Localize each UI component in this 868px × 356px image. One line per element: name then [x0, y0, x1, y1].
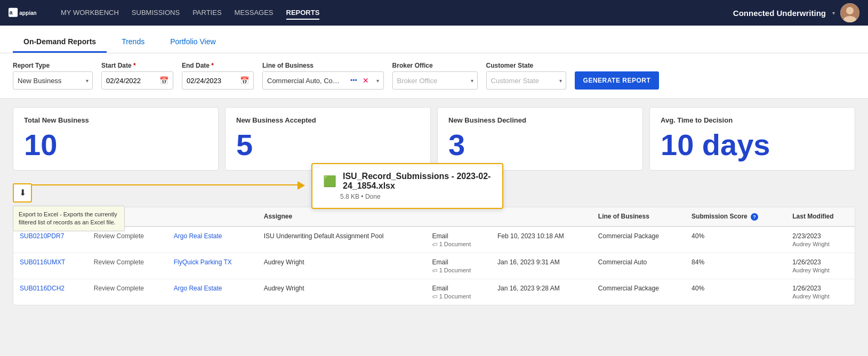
- arrow-head-icon: [298, 181, 305, 190]
- end-date-input[interactable]: 02/24/2023: [182, 77, 236, 85]
- start-date-group: Start Date * 02/24/2022 📅: [101, 62, 173, 90]
- cell-status: Review Complete: [87, 279, 167, 305]
- cell-score: 40%: [685, 279, 786, 305]
- customer-state-group: Customer State Customer State ▾: [486, 62, 566, 90]
- cell-id: SUB0116UMXT: [13, 253, 87, 279]
- customer-state-wrapper: Customer State ▾: [486, 71, 566, 90]
- cell-lob: Commercial Package: [592, 279, 685, 305]
- stat-new-business-accepted-title: New Business Accepted: [236, 116, 420, 124]
- submissions-table: ID Assignee Line of Business Submission …: [13, 207, 855, 305]
- arrow-line: [32, 184, 299, 185]
- contact-doc: 🏷 1 Document: [432, 241, 485, 247]
- stat-avg-time-to-decision: Avg. Time to Decision 10 days: [649, 107, 855, 171]
- end-date-input-wrap: 02/24/2023 📅: [182, 71, 254, 90]
- brand-chevron-icon[interactable]: ▾: [832, 10, 835, 16]
- download-toast: 🟩 ISU_Record_Submissions - 2023-02-24_18…: [311, 163, 503, 209]
- stat-new-business-declined-title: New Business Declined: [448, 116, 632, 124]
- report-type-group: Report Type New Business ▾: [13, 62, 93, 90]
- last-modified-by: Audrey Wright: [792, 293, 848, 300]
- nav-right: Connected Underwriting ▾: [733, 3, 859, 22]
- table-body: SUB0210PDR7 Review Complete Argo Real Es…: [13, 226, 855, 305]
- submission-id-link[interactable]: SUB0116UMXT: [20, 258, 65, 266]
- svg-point-4: [846, 7, 854, 14]
- stat-new-business-accepted: New Business Accepted 5: [225, 107, 431, 171]
- contact-doc: 🏷 1 Document: [432, 267, 485, 273]
- last-modified-date: 2/23/2023: [792, 232, 848, 240]
- tab-on-demand-reports[interactable]: On-Demand Reports: [13, 31, 107, 53]
- cell-party: Argo Real Estate: [167, 226, 258, 253]
- cell-last-modified: 1/26/2023 Audrey Wright: [786, 253, 855, 279]
- brand-name[interactable]: Connected Underwriting: [733, 9, 826, 18]
- end-date-calendar-icon[interactable]: 📅: [236, 76, 253, 85]
- nav-reports[interactable]: REPORTS: [286, 6, 320, 20]
- submission-id-link[interactable]: SUB0210PDR7: [20, 232, 64, 240]
- table: ID Assignee Line of Business Submission …: [13, 207, 855, 305]
- content-area: ⬇ Export to Excel - Exports the currentl…: [0, 179, 868, 314]
- filter-bar: Report Type New Business ▾ Start Date * …: [0, 53, 868, 99]
- tab-trends[interactable]: Trends: [111, 31, 155, 53]
- submission-id-link[interactable]: SUB0116DCH2: [20, 285, 65, 292]
- cell-last-modified: 2/23/2023 Audrey Wright: [786, 226, 855, 253]
- cell-date: Jan 16, 2023 9:28 AM: [491, 279, 592, 305]
- start-date-calendar-icon[interactable]: 📅: [155, 76, 173, 85]
- stat-total-new-business-value: 10: [24, 128, 207, 161]
- app-logo[interactable]: a appian: [9, 5, 46, 20]
- cell-date: Feb 10, 2023 10:18 AM: [491, 226, 592, 253]
- broker-office-select[interactable]: Broker Office: [392, 71, 478, 90]
- lob-chevron-icon[interactable]: ▾: [372, 78, 383, 84]
- cell-assignee: ISU Underwriting Default Assignment Pool: [258, 226, 426, 253]
- export-to-excel-button[interactable]: ⬇: [13, 183, 32, 203]
- stat-total-new-business-title: Total New Business: [24, 116, 207, 124]
- lob-more-icon[interactable]: •••: [348, 77, 359, 84]
- party-link[interactable]: Argo Real Estate: [174, 285, 222, 292]
- report-type-select[interactable]: New Business: [13, 71, 93, 90]
- cell-score: 84%: [685, 253, 786, 279]
- last-modified-by: Audrey Wright: [792, 241, 848, 247]
- lob-value: Commercial Auto, Comm: [263, 77, 348, 85]
- user-avatar[interactable]: [840, 3, 859, 22]
- export-tooltip: Export to Excel - Exports the currently …: [13, 206, 125, 232]
- submission-score-help-icon[interactable]: ?: [751, 213, 758, 221]
- nav-messages[interactable]: MESSAGES: [235, 6, 274, 20]
- customer-state-select[interactable]: Customer State: [486, 71, 566, 90]
- broker-office-group: Broker Office Broker Office ▾: [392, 62, 478, 90]
- toast-filename: ISU_Record_Submissions - 2023-02-24_1854…: [343, 172, 492, 191]
- contact-doc: 🏷 1 Document: [432, 293, 485, 300]
- tab-portfolio-view[interactable]: Portfolio View: [159, 31, 226, 53]
- top-nav: a appian MY WORKBENCH SUBMISSIONS PARTIE…: [0, 0, 868, 26]
- contact-method: Email: [432, 285, 485, 292]
- lob-group: Line of Business Commercial Auto, Comm •…: [262, 62, 384, 90]
- nav-submissions[interactable]: SUBMISSIONS: [132, 6, 180, 20]
- party-link[interactable]: Argo Real Estate: [174, 232, 222, 240]
- stat-new-business-accepted-value: 5: [236, 128, 420, 161]
- generate-report-button[interactable]: GENERATE REPORT: [575, 71, 660, 90]
- broker-office-label: Broker Office: [392, 62, 478, 69]
- cell-status: Review Complete: [87, 253, 167, 279]
- start-date-input-wrap: 02/24/2022 📅: [101, 71, 173, 90]
- stat-new-business-declined-value: 3: [448, 128, 632, 161]
- stat-avg-time-title: Avg. Time to Decision: [661, 116, 844, 124]
- cell-contact: Email 🏷 1 Document: [426, 279, 491, 305]
- contact-method: Email: [432, 232, 485, 240]
- col-party: [167, 207, 258, 226]
- lob-clear-icon[interactable]: ✕: [359, 76, 372, 85]
- toast-excel-icon: 🟩: [323, 175, 336, 188]
- table-row: SUB0116DCH2 Review Complete Argo Real Es…: [13, 279, 855, 305]
- lob-select[interactable]: Commercial Auto, Comm ••• ✕ ▾: [262, 71, 384, 90]
- stat-avg-time-value: 10 days: [661, 128, 844, 161]
- cell-party: Argo Real Estate: [167, 279, 258, 305]
- nav-parties[interactable]: PARTIES: [192, 6, 221, 20]
- table-row: SUB0116UMXT Review Complete FlyQuick Par…: [13, 253, 855, 279]
- col-lob: Line of Business: [592, 207, 685, 226]
- cell-id: SUB0116DCH2: [13, 279, 87, 305]
- toast-filename-row: 🟩 ISU_Record_Submissions - 2023-02-24_18…: [323, 172, 492, 191]
- table-header-row: ID Assignee Line of Business Submission …: [13, 207, 855, 226]
- table-row: SUB0210PDR7 Review Complete Argo Real Es…: [13, 226, 855, 253]
- cell-contact: Email 🏷 1 Document: [426, 226, 491, 253]
- broker-office-wrapper: Broker Office ▾: [392, 71, 478, 90]
- party-link[interactable]: FlyQuick Parking TX: [174, 258, 232, 266]
- nav-my-workbench[interactable]: MY WORKBENCH: [61, 6, 119, 20]
- toolbar-row: ⬇ Export to Excel - Exports the currentl…: [13, 179, 855, 207]
- start-date-input[interactable]: 02/24/2022: [102, 77, 155, 85]
- report-type-wrapper: New Business ▾: [13, 71, 93, 90]
